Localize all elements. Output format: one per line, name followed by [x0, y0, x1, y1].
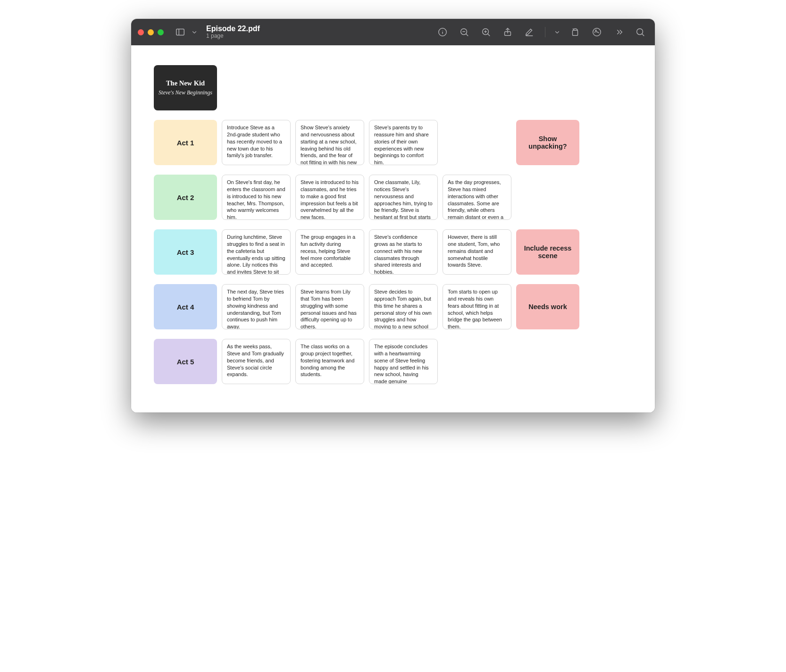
beat-card: However, there is still one student, Tom…: [443, 229, 511, 275]
preview-window: Episode 22.pdf 1 page: [131, 19, 655, 412]
act-label: Act 2: [154, 175, 217, 220]
info-button[interactable]: [435, 24, 451, 40]
beat-card: The episode concludes with a heartwarmin…: [369, 339, 438, 384]
beat-card: Steve is introduced to his classmates, a…: [295, 175, 364, 220]
act-rows: Act 1Introduce Steve as a 2nd-grade stud…: [154, 120, 632, 384]
beat-card: During lunchtime, Steve struggles to fin…: [222, 229, 291, 275]
minimize-window-button[interactable]: [148, 29, 154, 35]
document-title-block: Episode 22.pdf 1 page: [206, 25, 260, 40]
story-subtitle: Steve's New Beginnings: [159, 89, 212, 96]
more-tools-button[interactable]: [610, 24, 627, 40]
beat-card: Introduce Steve as a 2nd-grade student w…: [222, 120, 291, 165]
beat-card: Steve's confidence grows as he starts to…: [369, 229, 438, 275]
svg-line-6: [466, 34, 468, 36]
search-button[interactable]: [632, 24, 648, 40]
sidebar-menu-chevron-icon[interactable]: [190, 24, 199, 40]
beat-card: Steve learns from Lily that Tom has been…: [295, 284, 364, 329]
beat-card: Steve's parents try to reassure him and …: [369, 120, 438, 165]
document-page: The New Kid Steve's New Beginnings Act 1…: [131, 45, 655, 412]
act-row: Act 1Introduce Steve as a 2nd-grade stud…: [154, 120, 632, 165]
share-button[interactable]: [500, 24, 516, 40]
act-row: Act 3During lunchtime, Steve struggles t…: [154, 229, 632, 275]
act-label: Act 4: [154, 284, 217, 329]
svg-line-9: [488, 34, 490, 36]
beat-card: The group engages in a fun activity duri…: [295, 229, 364, 275]
markup-menu-chevron-icon[interactable]: [553, 24, 561, 40]
act-label: Act 5: [154, 339, 217, 384]
svg-rect-0: [176, 29, 184, 35]
act-label: Act 1: [154, 120, 217, 165]
flag-card: Include recess scene: [516, 229, 579, 275]
beat-card: Steve decides to approach Tom again, but…: [369, 284, 438, 329]
flag-card: Show unpacking?: [516, 120, 579, 165]
zoom-in-button[interactable]: [478, 24, 494, 40]
act-row: Act 5As the weeks pass, Steve and Tom gr…: [154, 339, 632, 384]
beat-card: On Steve's first day, he enters the clas…: [222, 175, 291, 220]
document-subtitle: 1 page: [206, 33, 260, 40]
svg-point-4: [442, 30, 443, 31]
beat-card: The next day, Steve tries to befriend To…: [222, 284, 291, 329]
toolbar-separator: [545, 27, 545, 37]
titlebar: Episode 22.pdf 1 page: [131, 19, 655, 45]
zoom-out-button[interactable]: [456, 24, 472, 40]
sidebar-toggle-button[interactable]: [172, 24, 188, 40]
beat-card: One classmate, Lily, notices Steve's ner…: [369, 175, 438, 220]
beat-card: Show Steve's anxiety and nervousness abo…: [295, 120, 364, 165]
highlight-button[interactable]: [589, 24, 605, 40]
act-row: Act 4The next day, Steve tries to befrie…: [154, 284, 632, 329]
svg-rect-14: [573, 30, 578, 35]
beat-card: As the day progresses, Steve has mixed i…: [443, 175, 511, 220]
svg-point-16: [637, 29, 643, 35]
story-title-card: The New Kid Steve's New Beginnings: [154, 65, 217, 110]
markup-button[interactable]: [521, 24, 537, 40]
story-title: The New Kid: [166, 79, 205, 87]
close-window-button[interactable]: [138, 29, 144, 35]
beat-card: As the weeks pass, Steve and Tom gradual…: [222, 339, 291, 384]
svg-line-17: [642, 34, 644, 36]
zoom-window-button[interactable]: [158, 29, 164, 35]
document-filename: Episode 22.pdf: [206, 25, 260, 33]
rotate-button[interactable]: [567, 24, 583, 40]
beat-card: Tom starts to open up and reveals his ow…: [443, 284, 511, 329]
flag-card: Needs work: [516, 284, 579, 329]
act-row: Act 2On Steve's first day, he enters the…: [154, 175, 632, 220]
act-label: Act 3: [154, 229, 217, 275]
beat-card: The class works on a group project toget…: [295, 339, 364, 384]
window-controls: [138, 29, 164, 35]
